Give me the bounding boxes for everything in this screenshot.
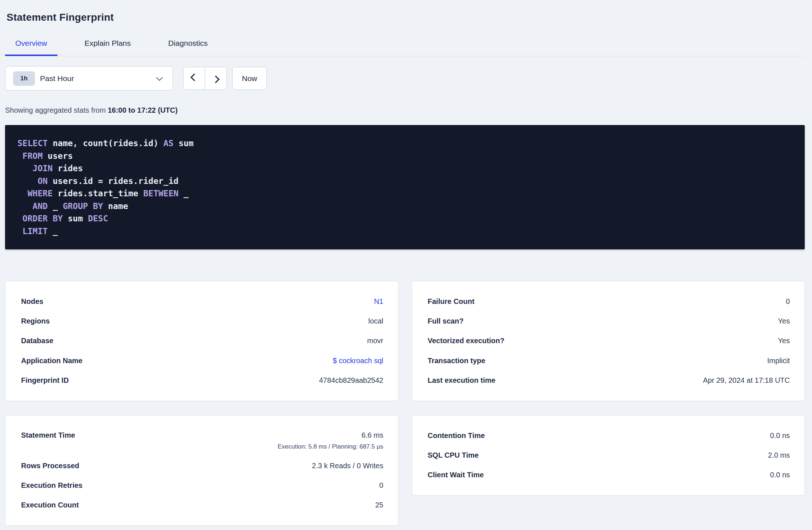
sql-text	[17, 189, 28, 198]
stat-row: Rows Processed 2.3 k Reads / 0 Writes	[21, 456, 383, 475]
sql-text	[17, 214, 23, 223]
stat-label: Database	[21, 336, 53, 346]
sql-text: _	[48, 201, 63, 211]
stat-value: 0.0 ns	[770, 470, 790, 480]
stat-label: Client Wait Time	[428, 470, 484, 480]
sql-text	[17, 164, 33, 173]
stat-label: Last execution time	[428, 376, 496, 385]
sql-line: ON users.id = rides.rider_id	[17, 175, 792, 188]
sql-line: ORDER BY sum DESC	[17, 212, 792, 225]
stat-subvalue: Execution: 5.8 ms / Planning: 687.5 µs	[278, 443, 383, 451]
stat-label: Fingerprint ID	[21, 376, 69, 385]
chevron-right-icon	[212, 76, 220, 83]
sql-keyword: ON	[37, 176, 48, 186]
sql-text: sum	[173, 138, 193, 148]
sql-text: rides	[53, 164, 83, 173]
sql-keyword: JOIN	[33, 164, 53, 173]
chevron-down-icon	[156, 74, 162, 81]
wait-times-card: Contention Time 0.0 ns SQL CPU Time 2.0 …	[412, 415, 805, 495]
stat-value: Yes	[778, 336, 790, 346]
stat-row: SQL CPU Time 2.0 ms	[428, 445, 790, 465]
sql-text: users	[43, 151, 73, 161]
stat-row: Fingerprint ID 4784cb829aab2542	[21, 371, 383, 390]
stat-label: SQL CPU Time	[428, 450, 479, 460]
now-button[interactable]: Now	[232, 67, 267, 90]
time-controls: 1h Past Hour Now	[5, 66, 805, 91]
stat-value: 2.0 ms	[768, 450, 790, 460]
tab-diagnostics[interactable]: Diagnostics	[158, 38, 218, 56]
stat-row: Execution Count 25	[21, 495, 383, 515]
sql-text: _	[48, 226, 58, 236]
stat-value: Yes	[778, 316, 790, 326]
stats-caption-prefix: Showing aggregated stats from	[5, 106, 108, 114]
app-name-link[interactable]: $ cockroach sql	[333, 356, 383, 366]
sql-line: FROM users	[17, 150, 792, 162]
sql-text	[17, 226, 23, 236]
sql-text: name	[103, 201, 128, 211]
prev-time-button[interactable]	[184, 67, 205, 89]
stat-row: Execution Retries 0	[21, 475, 383, 495]
sql-text: sum	[63, 214, 88, 223]
stat-label: Vectorized execution?	[428, 336, 505, 346]
stat-label: Full scan?	[428, 316, 464, 326]
stat-value: 6.6 ms	[278, 430, 383, 440]
stat-label: Nodes	[21, 297, 43, 306]
sql-line: SELECT name, count(rides.id) AS sum	[17, 137, 792, 150]
time-step-buttons	[183, 67, 227, 90]
stat-row: Last execution time Apr 29, 2024 at 17:1…	[428, 371, 790, 390]
chevron-left-icon	[190, 73, 198, 81]
stat-label: Transaction type	[428, 356, 486, 366]
sql-text	[17, 151, 23, 161]
next-time-button[interactable]	[205, 67, 226, 89]
stat-row: Nodes N1	[21, 292, 383, 311]
stat-row: Contention Time 0.0 ns	[428, 426, 790, 445]
stats-caption: Showing aggregated stats from 16:00 to 1…	[5, 105, 805, 115]
last-execution-time-value: Apr 29, 2024 at 17:18 UTC	[703, 376, 790, 385]
sql-text: users.id = rides.rider_id	[48, 176, 178, 186]
tab-bar: Overview Explain Plans Diagnostics	[5, 38, 805, 56]
sql-keyword: AND	[33, 201, 48, 211]
stat-value: movr	[367, 336, 383, 346]
tab-overview[interactable]: Overview	[5, 38, 57, 56]
sql-text: name, count(rides.id)	[48, 138, 164, 148]
stat-label: Application Name	[21, 356, 83, 366]
stat-row: Full scan? Yes	[428, 311, 790, 331]
sql-line: WHERE rides.start_time BETWEEN _	[17, 187, 792, 200]
statement-time-value-block: 6.6 ms Execution: 5.8 ms / Planning: 687…	[278, 430, 383, 451]
timing-stats-card: Statement Time 6.6 ms Execution: 5.8 ms …	[5, 415, 398, 526]
stat-value: 0	[786, 297, 790, 306]
execution-attributes-card: Failure Count 0 Full scan? Yes Vectorize…	[412, 281, 805, 401]
stats-caption-range: 16:00 to 17:22 (UTC)	[108, 106, 177, 114]
sql-keyword: SELECT	[17, 138, 48, 148]
sql-keyword: ORDER BY	[23, 214, 63, 223]
sql-keyword: AS	[164, 138, 174, 148]
summary-cards: Nodes N1 Regions local Database movr App…	[5, 281, 805, 526]
time-range-label: Past Hour	[40, 74, 74, 83]
sql-statement-box: SELECT name, count(rides.id) AS sum FROM…	[5, 125, 805, 249]
sql-line: JOIN rides	[17, 162, 792, 175]
stat-label: Statement Time	[21, 430, 75, 440]
stat-value: 2.3 k Reads / 0 Writes	[312, 461, 383, 471]
sql-line: AND _ GROUP BY name	[17, 200, 792, 213]
sql-keyword: WHERE	[28, 189, 53, 198]
sql-keyword: LIMIT	[23, 226, 48, 236]
stat-row: Client Wait Time 0.0 ns	[428, 465, 790, 485]
sql-text	[17, 176, 37, 186]
sql-text: _	[178, 189, 189, 198]
node-link[interactable]: N1	[374, 297, 383, 306]
tab-explain-plans[interactable]: Explain Plans	[75, 38, 141, 56]
sql-keyword: GROUP BY	[63, 201, 103, 211]
time-range-dropdown[interactable]: 1h Past Hour	[5, 66, 173, 91]
statement-info-card: Nodes N1 Regions local Database movr App…	[5, 281, 398, 401]
stat-value: 0.0 ns	[770, 431, 790, 441]
statement-fingerprint-page: Statement Fingerprint Overview Explain P…	[0, 11, 812, 526]
stat-value: 0	[379, 481, 383, 490]
sql-text	[17, 201, 33, 211]
stat-value: local	[368, 316, 383, 326]
stat-row: Statement Time 6.6 ms Execution: 5.8 ms …	[21, 426, 383, 456]
stat-label: Execution Retries	[21, 481, 83, 490]
stat-row: Regions local	[21, 311, 383, 331]
stat-row: Transaction type Implicit	[428, 351, 790, 370]
stat-label: Rows Processed	[21, 461, 79, 471]
sql-line: LIMIT _	[17, 225, 792, 238]
